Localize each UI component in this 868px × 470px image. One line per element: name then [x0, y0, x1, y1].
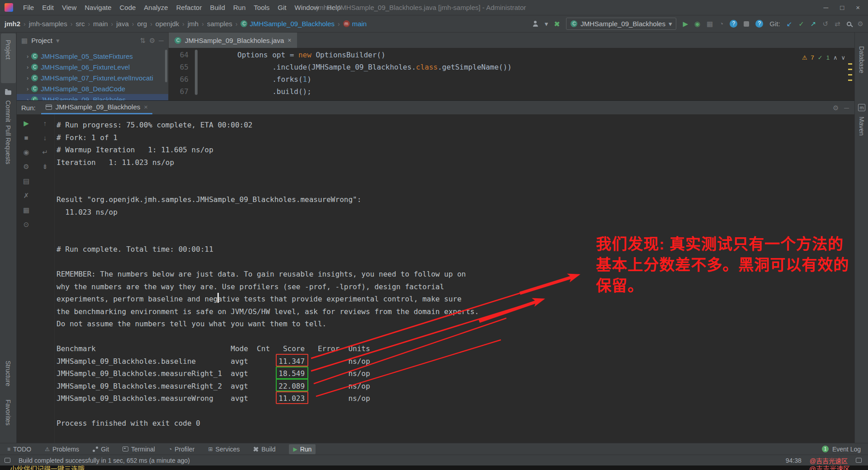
- toolbar-item-run[interactable]: ▶ Run: [289, 444, 316, 454]
- collapse-all-icon[interactable]: ⇅: [140, 37, 146, 44]
- print-icon[interactable]: ▤: [23, 178, 29, 184]
- prev-problem-icon[interactable]: ∧: [833, 52, 838, 64]
- tree-item[interactable]: › C JMHSample_05_StateFixtures: [17, 51, 168, 61]
- sidebar-item-commit[interactable]: Commit: [5, 100, 12, 122]
- chevron-right-icon[interactable]: ›: [27, 75, 28, 81]
- stop-button[interactable]: [744, 21, 749, 27]
- chevron-right-icon[interactable]: ›: [27, 64, 28, 70]
- sidebar-item-database[interactable]: Database: [858, 46, 865, 73]
- menu-build[interactable]: Build: [206, 2, 228, 13]
- thread-dump-icon[interactable]: ◉: [23, 149, 29, 155]
- soft-wrap-icon[interactable]: ↵: [42, 149, 48, 155]
- breadcrumb-openjdk[interactable]: openjdk: [156, 20, 179, 28]
- inspection-widget[interactable]: ⚠ 7 ✓ 1 ∧ ∨: [802, 52, 845, 64]
- editor-tab[interactable]: C JMHSample_09_Blackholes.java ×: [169, 33, 297, 48]
- run-tab[interactable]: JMHSample_09_Blackholes ×: [41, 101, 152, 114]
- project-panel-title[interactable]: Project: [31, 37, 52, 44]
- coverage-button[interactable]: ▦: [707, 20, 713, 27]
- build-hammer-icon[interactable]: [554, 21, 560, 26]
- code-editor[interactable]: 64 Options opt = new OptionsBuilder() 65…: [169, 48, 854, 100]
- git-push-icon[interactable]: ↗: [811, 20, 816, 27]
- toolbar-item-services[interactable]: ⊞ Services: [208, 446, 240, 453]
- menu-file[interactable]: File: [19, 2, 38, 13]
- toolbar-item-terminal[interactable]: Terminal: [123, 446, 155, 453]
- scroll-to-end-icon[interactable]: ⇟: [42, 163, 48, 170]
- close-tab-icon[interactable]: ×: [288, 37, 291, 44]
- project-dropdown-icon[interactable]: ▾: [56, 37, 60, 44]
- stop-process-button[interactable]: ■: [24, 134, 28, 141]
- sidebar-item-favorites[interactable]: Favorites: [5, 400, 12, 426]
- breadcrumb-module[interactable]: jmh-samples: [29, 20, 67, 28]
- avatar-dropdown-icon[interactable]: ▾: [545, 20, 548, 27]
- run-options-icon[interactable]: ⚙: [23, 163, 29, 170]
- debug-button[interactable]: ◉: [694, 20, 700, 27]
- close-button[interactable]: ×: [856, 4, 860, 11]
- project-tree-scrollbar[interactable]: [165, 50, 167, 82]
- menu-view[interactable]: View: [58, 2, 80, 13]
- toolbar-item-git[interactable]: Git: [93, 446, 109, 453]
- menu-git[interactable]: Git: [274, 2, 290, 13]
- breadcrumb-org[interactable]: org: [137, 20, 147, 28]
- pin-tab-icon[interactable]: ⊙: [24, 221, 29, 228]
- chevron-right-icon[interactable]: ›: [27, 96, 28, 101]
- sidebar-item-pull-requests[interactable]: Pull Requests: [5, 125, 12, 164]
- git-update-icon[interactable]: ↙: [787, 20, 793, 27]
- chevron-right-icon[interactable]: ›: [27, 85, 28, 92]
- status-message[interactable]: Build completed successfully in 1 sec, 6…: [19, 457, 190, 464]
- menu-analyze[interactable]: Analyze: [140, 2, 171, 13]
- sidebar-item-project[interactable]: Project: [5, 40, 12, 60]
- up-stack-icon[interactable]: ↑: [43, 120, 47, 127]
- restore-layout-icon[interactable]: ▦: [23, 207, 29, 213]
- editor-scrollbar[interactable]: [195, 50, 198, 95]
- help-icon-2[interactable]: ?: [755, 20, 763, 28]
- breadcrumb-java[interactable]: java: [116, 20, 129, 28]
- git-commit-icon[interactable]: ✓: [798, 20, 804, 27]
- git-history-icon[interactable]: ↺: [822, 20, 828, 27]
- breadcrumb-samples[interactable]: samples: [207, 20, 232, 28]
- toolbar-item-profiler[interactable]: ◔ Profiler: [169, 446, 195, 453]
- sidebar-item-structure[interactable]: Structure: [5, 361, 12, 386]
- clear-console-icon[interactable]: ✗: [24, 192, 29, 199]
- folder-icon[interactable]: [5, 90, 11, 95]
- profiler-button[interactable]: ◔: [719, 20, 723, 27]
- breadcrumb-project[interactable]: jmh2: [5, 20, 20, 28]
- toolbar-item-build[interactable]: Build: [253, 446, 275, 453]
- tree-item-selected[interactable]: › C JMHSample_09_Blackholes: [17, 94, 168, 100]
- maximize-button[interactable]: □: [840, 4, 844, 11]
- toolbar-item-todo[interactable]: ≡ TODO: [7, 446, 31, 453]
- caret-position[interactable]: 94:38: [786, 457, 802, 464]
- chevron-right-icon[interactable]: ›: [27, 53, 28, 60]
- panel-settings-icon[interactable]: ⚙: [149, 37, 155, 44]
- next-problem-icon[interactable]: ∨: [841, 52, 845, 64]
- tree-item[interactable]: › C JMHSample_07_FixtureLevelInvocati: [17, 72, 168, 83]
- help-icon[interactable]: ?: [730, 20, 737, 28]
- toolbar-item-problems[interactable]: ⚠ Problems: [45, 446, 79, 453]
- toolbar-item-event-log[interactable]: Event Log: [832, 446, 861, 453]
- run-settings-icon[interactable]: ⚙: [833, 104, 839, 111]
- run-button[interactable]: ▶: [683, 20, 688, 27]
- menu-edit[interactable]: Edit: [38, 2, 57, 13]
- breadcrumb-method[interactable]: m main: [343, 20, 367, 28]
- breadcrumb-jmh[interactable]: jmh: [188, 20, 198, 28]
- rerun-button[interactable]: ▶: [24, 120, 29, 127]
- menu-code[interactable]: Code: [116, 2, 139, 13]
- settings-icon[interactable]: ⚙: [858, 20, 863, 27]
- run-configuration-selector[interactable]: C JMHSample_09_Blackholes ▾: [566, 18, 676, 30]
- sidebar-item-maven[interactable]: Maven: [858, 117, 865, 136]
- tree-item[interactable]: › C JMHSample_06_FixtureLevel: [17, 61, 168, 72]
- breadcrumb-src[interactable]: src: [75, 20, 85, 28]
- minimize-panel-icon[interactable]: ─: [844, 104, 849, 111]
- menu-tools[interactable]: Tools: [250, 2, 273, 13]
- search-icon[interactable]: [847, 22, 851, 26]
- breadcrumb-main[interactable]: main: [93, 20, 108, 28]
- user-avatar-icon[interactable]: [533, 21, 538, 27]
- menu-refactor[interactable]: Refactor: [173, 2, 206, 13]
- tool-window-toggle-icon[interactable]: [5, 458, 10, 463]
- minimize-button[interactable]: ─: [824, 4, 829, 11]
- tree-item[interactable]: › C JMHSample_08_DeadCode: [17, 83, 168, 94]
- breadcrumb-class[interactable]: C JMHSample_09_Blackholes: [241, 20, 335, 28]
- maven-icon[interactable]: m: [858, 104, 865, 111]
- hide-panel-icon[interactable]: ─: [159, 37, 164, 44]
- down-stack-icon[interactable]: ↓: [43, 134, 47, 141]
- menu-run[interactable]: Run: [230, 2, 250, 13]
